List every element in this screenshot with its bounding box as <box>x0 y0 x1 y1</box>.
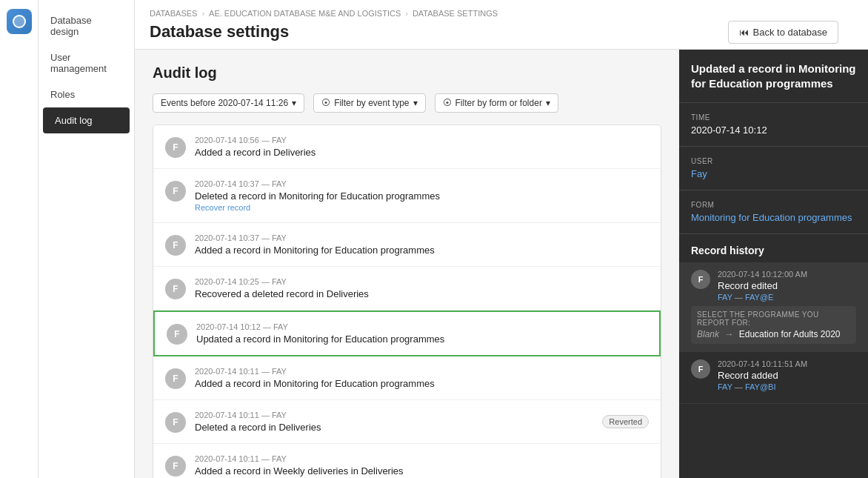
breadcrumb-current: DATABASE SETTINGS <box>413 9 498 18</box>
log-meta: 2020-07-14 10:56 — FAY <box>195 136 649 145</box>
log-body: 2020-07-14 10:11 — FAY Deleted a record … <box>195 411 602 433</box>
history-avatar: F <box>691 359 710 379</box>
log-entry[interactable]: F 2020-07-14 10:11 — FAY Deleted a recor… <box>153 400 661 444</box>
log-avatar: F <box>165 368 186 389</box>
history-users: FAY — FAY@BI <box>718 382 856 391</box>
log-avatar: F <box>165 279 186 299</box>
log-body: 2020-07-14 10:11 — FAY Added a record in… <box>195 454 649 477</box>
right-panel-time-section: TIME 2020-07-14 10:12 <box>679 103 868 147</box>
date-filter-button[interactable]: Events before 2020-07-14 11:26 ▾ <box>153 93 304 113</box>
history-time: 2020-07-14 10:12:00 AM <box>718 270 856 279</box>
log-action: Deleted a record in Monitoring for Educa… <box>195 190 649 202</box>
event-type-filter-label: Filter by event type <box>334 98 409 108</box>
log-meta: 2020-07-14 10:25 — FAY <box>195 277 649 286</box>
breadcrumb-sep1: › <box>201 9 204 18</box>
top-bar: DATABASES › AE. EDUCATION DATABASE M&E A… <box>150 9 853 49</box>
history-user-highlight: FAY <box>718 293 732 302</box>
history-avatar: F <box>691 270 710 289</box>
recover-link[interactable]: Recover record <box>195 203 649 212</box>
header: DATABASES › AE. EDUCATION DATABASE M&E A… <box>135 0 868 50</box>
history-list: F 2020-07-14 10:12:00 AM Record edited F… <box>679 262 868 404</box>
log-action: Added a record in Monitoring for Educati… <box>195 378 649 389</box>
breadcrumb-databases[interactable]: DATABASES <box>150 9 197 18</box>
chevron-down-icon-2: ▾ <box>413 98 418 108</box>
time-label: TIME <box>691 113 856 122</box>
log-meta: 2020-07-14 10:37 — FAY <box>195 233 649 242</box>
history-action: Record added <box>718 370 856 381</box>
log-action: Recovered a deleted record in Deliveries <box>195 288 649 299</box>
history-change-label: SELECT THE PROGRAMME YOU REPORT FOR: <box>697 311 850 327</box>
log-action: Added a record in Weekly deliveries in D… <box>195 465 649 477</box>
log-meta: 2020-07-14 10:11 — FAY <box>195 367 649 376</box>
log-entry[interactable]: F 2020-07-14 10:25 — FAY Recovered a del… <box>153 267 661 311</box>
history-meta: 2020-07-14 10:11:51 AM Record added FAY … <box>718 359 856 391</box>
record-history-title: Record history <box>679 234 868 262</box>
log-entry[interactable]: F 2020-07-14 10:11 — FAY Added a record … <box>153 356 661 400</box>
reverted-badge: Reverted <box>602 415 649 428</box>
log-meta: 2020-07-14 10:37 — FAY <box>195 179 649 188</box>
right-panel-header: Updated a record in Monitoring for Educa… <box>679 50 868 103</box>
log-action: Added a record in Deliveries <box>195 147 649 158</box>
history-user-highlight: FAY <box>718 382 732 391</box>
log-avatar: F <box>165 456 186 477</box>
log-entry[interactable]: F 2020-07-14 10:12 — FAY Updated a recor… <box>153 311 661 356</box>
history-time: 2020-07-14 10:11:51 AM <box>718 359 856 368</box>
log-body: 2020-07-14 10:56 — FAY Added a record in… <box>195 136 649 158</box>
log-body: 2020-07-14 10:11 — FAY Added a record in… <box>195 367 649 389</box>
breadcrumb-db-name[interactable]: AE. EDUCATION DATABASE M&E AND LOGISTICS <box>209 9 401 18</box>
filters-bar: Events before 2020-07-14 11:26 ▾ ⦿ Filte… <box>153 93 661 113</box>
history-header: F 2020-07-14 10:12:00 AM Record edited F… <box>691 270 856 302</box>
back-to-database-button[interactable]: ⏮ Back to database <box>728 21 838 44</box>
back-icon: ⏮ <box>739 27 749 38</box>
log-entry[interactable]: F 2020-07-14 10:56 — FAY Added a record … <box>153 125 661 169</box>
event-type-filter-button[interactable]: ⦿ Filter by event type ▾ <box>313 93 425 113</box>
filter-icon-form: ⦿ <box>443 98 452 108</box>
back-button-label: Back to database <box>753 27 827 38</box>
right-panel: Updated a record in Monitoring for Educa… <box>679 50 868 478</box>
form-filter-label: Filter by form or folder <box>455 98 542 108</box>
breadcrumb-sep2: › <box>405 9 408 18</box>
date-filter-label: Events before 2020-07-14 11:26 <box>161 98 288 108</box>
history-entry[interactable]: F 2020-07-14 10:12:00 AM Record edited F… <box>679 262 868 352</box>
time-value: 2020-07-14 10:12 <box>691 125 856 136</box>
sidebar: Database design User management Roles Au… <box>39 0 135 478</box>
history-meta: 2020-07-14 10:12:00 AM Record edited FAY… <box>718 270 856 302</box>
form-label: FORM <box>691 201 856 209</box>
user-label: USER <box>691 157 856 165</box>
user-value[interactable]: Fay <box>691 168 856 179</box>
history-user2: FAY@BI <box>745 382 776 391</box>
history-header: F 2020-07-14 10:11:51 AM Record added FA… <box>691 359 856 391</box>
arrow-icon: → <box>724 329 733 339</box>
app-logo <box>7 9 32 34</box>
chevron-down-icon: ▾ <box>292 98 296 108</box>
log-avatar: F <box>165 181 186 202</box>
history-change-value: Blank → Education for Adults 2020 <box>697 329 850 339</box>
log-avatar: F <box>165 137 186 158</box>
log-list: F 2020-07-14 10:56 — FAY Added a record … <box>153 125 661 478</box>
form-filter-button[interactable]: ⦿ Filter by form or folder ▾ <box>435 93 558 113</box>
log-body: 2020-07-14 10:12 — FAY Updated a record … <box>196 322 647 345</box>
sidebar-item-roles[interactable]: Roles <box>39 82 134 107</box>
history-user2: FAY@E <box>745 293 773 302</box>
log-entry[interactable]: F 2020-07-14 10:11 — FAY Added a record … <box>153 444 661 478</box>
sidebar-item-audit-log[interactable]: Audit log <box>43 107 130 133</box>
log-body: 2020-07-14 10:25 — FAY Recovered a delet… <box>195 277 649 299</box>
log-avatar: F <box>165 235 186 256</box>
log-entry[interactable]: F 2020-07-14 10:37 — FAY Added a record … <box>153 223 661 267</box>
log-entry[interactable]: F 2020-07-14 10:37 — FAY Deleted a recor… <box>153 169 661 223</box>
log-meta: 2020-07-14 10:11 — FAY <box>195 411 602 419</box>
sidebar-item-database-design[interactable]: Database design <box>39 7 134 44</box>
logo-area <box>0 0 39 478</box>
log-body: 2020-07-14 10:37 — FAY Deleted a record … <box>195 179 649 212</box>
log-action: Deleted a record in Deliveries <box>195 422 602 433</box>
log-avatar: F <box>167 324 187 345</box>
history-entry[interactable]: F 2020-07-14 10:11:51 AM Record added FA… <box>679 352 868 404</box>
log-action: Added a record in Monitoring for Educati… <box>195 245 649 256</box>
log-avatar: F <box>165 412 186 433</box>
audit-log-area: Audit log Events before 2020-07-14 11:26… <box>135 50 679 478</box>
log-meta: 2020-07-14 10:11 — FAY <box>195 454 649 463</box>
form-value[interactable]: Monitoring for Education programmes <box>691 212 856 223</box>
log-body: 2020-07-14 10:37 — FAY Added a record in… <box>195 233 649 256</box>
sidebar-item-user-management[interactable]: User management <box>39 44 134 82</box>
history-users: FAY — FAY@E <box>718 293 856 302</box>
